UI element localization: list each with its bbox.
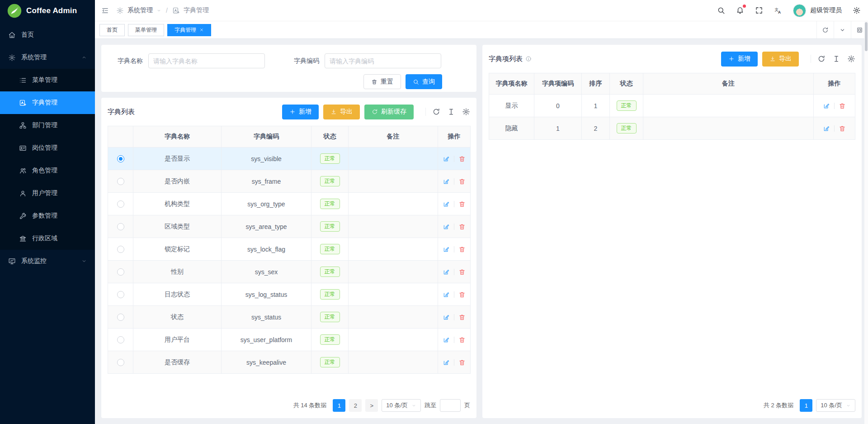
sidebar-item[interactable]: 行政区域 <box>0 227 95 250</box>
row-density-icon[interactable] <box>832 55 840 63</box>
table-row[interactable]: 机构类型sys_org_type正常 <box>108 193 471 215</box>
table-row[interactable]: 用户平台sys_user_platform正常 <box>108 329 471 351</box>
edit-icon[interactable] <box>443 336 450 343</box>
table-row[interactable]: 性别sys_sex正常 <box>108 261 471 283</box>
edit-icon[interactable] <box>443 155 450 162</box>
sidebar-item[interactable]: 首页 <box>0 24 95 46</box>
column-header[interactable]: 操作 <box>814 73 855 95</box>
notifications-button[interactable] <box>736 6 744 15</box>
refresh-page-icon[interactable] <box>816 21 834 38</box>
edit-icon[interactable] <box>443 314 450 321</box>
search-icon[interactable] <box>717 6 725 14</box>
sidebar-item[interactable]: 菜单管理 <box>0 69 95 91</box>
edit-icon[interactable] <box>443 223 450 230</box>
page-button[interactable]: 1 <box>333 399 345 412</box>
delete-icon[interactable] <box>458 200 466 208</box>
row-radio[interactable] <box>117 359 124 366</box>
add-dict-item-button[interactable]: 新增 <box>721 52 758 67</box>
edit-icon[interactable] <box>823 125 830 132</box>
delete-icon[interactable] <box>458 359 466 366</box>
delete-icon[interactable] <box>839 125 846 132</box>
language-icon[interactable]: 文A <box>774 6 782 14</box>
export-dict-item-button[interactable]: 导出 <box>762 52 799 67</box>
collapse-sidebar-icon[interactable] <box>101 7 109 14</box>
column-header[interactable] <box>108 126 133 148</box>
edit-icon[interactable] <box>443 246 450 253</box>
tab-options-icon[interactable] <box>834 21 851 38</box>
table-row[interactable]: 隐藏12正常 <box>489 117 855 140</box>
table-row[interactable]: 是否缓存sys_keepalive正常 <box>108 351 471 374</box>
edit-icon[interactable] <box>443 291 450 298</box>
sidebar-item[interactable]: 角色管理 <box>0 159 95 182</box>
reset-button[interactable]: 重置 <box>363 74 401 89</box>
dict-name-input[interactable] <box>148 53 265 68</box>
sidebar-item[interactable]: 参数管理 <box>0 205 95 227</box>
row-radio[interactable] <box>117 178 124 185</box>
close-icon[interactable] <box>199 28 204 32</box>
table-row[interactable]: 是否内嵌sys_frame正常 <box>108 170 471 193</box>
sidebar-item[interactable]: 系统监控 <box>0 250 95 272</box>
column-header[interactable]: 排序 <box>582 73 610 95</box>
edit-icon[interactable] <box>443 359 450 366</box>
page-button[interactable]: 2 <box>349 399 362 412</box>
row-radio[interactable] <box>117 336 124 343</box>
column-header[interactable]: 字典名称 <box>133 126 222 148</box>
refresh-table-icon[interactable] <box>432 108 440 116</box>
delete-icon[interactable] <box>458 268 466 276</box>
tab[interactable]: 菜单管理 <box>128 24 164 36</box>
edit-icon[interactable] <box>443 178 450 185</box>
row-radio[interactable] <box>117 223 124 230</box>
column-header[interactable]: 状态 <box>610 73 643 95</box>
column-header[interactable]: 字典编码 <box>222 126 311 148</box>
refresh-cache-button[interactable]: 刷新缓存 <box>364 105 414 119</box>
next-page-button[interactable]: > <box>365 399 378 412</box>
column-header[interactable]: 字典项编码 <box>534 73 582 95</box>
delete-icon[interactable] <box>458 314 466 321</box>
row-radio[interactable] <box>117 200 124 208</box>
logo[interactable]: Coffee Admin <box>0 0 95 22</box>
scrollbar-thumb[interactable] <box>865 22 868 51</box>
delete-icon[interactable] <box>458 223 466 230</box>
row-radio[interactable] <box>117 291 124 298</box>
fullscreen-icon[interactable] <box>755 6 763 14</box>
row-radio[interactable] <box>117 314 124 321</box>
delete-icon[interactable] <box>458 178 466 185</box>
sidebar-item[interactable]: 字典管理 <box>0 91 95 114</box>
jump-page-input[interactable] <box>440 399 461 412</box>
user-menu[interactable]: 超级管理员 <box>793 4 842 17</box>
table-row[interactable]: 状态sys_status正常 <box>108 306 471 329</box>
row-radio[interactable] <box>117 155 124 162</box>
column-settings-icon[interactable] <box>847 55 855 63</box>
page-button[interactable]: 1 <box>800 399 812 412</box>
column-header[interactable]: 操作 <box>438 126 471 148</box>
column-header[interactable]: 备注 <box>349 126 438 148</box>
column-header[interactable]: 字典项名称 <box>489 73 534 95</box>
export-dict-button[interactable]: 导出 <box>323 105 360 119</box>
delete-icon[interactable] <box>458 155 466 162</box>
table-row[interactable]: 显示01正常 <box>489 95 855 117</box>
column-settings-icon[interactable] <box>462 108 470 116</box>
page-size-select[interactable]: 10 条/页 <box>816 399 855 412</box>
edit-icon[interactable] <box>823 102 830 110</box>
tab[interactable]: 首页 <box>99 24 125 36</box>
page-size-select[interactable]: 10 条/页 <box>382 399 421 412</box>
sidebar-item[interactable]: 部门管理 <box>0 114 95 137</box>
scrollbar[interactable] <box>864 21 868 424</box>
row-radio[interactable] <box>117 268 124 276</box>
delete-icon[interactable] <box>839 102 846 110</box>
row-density-icon[interactable] <box>447 108 455 116</box>
query-button[interactable]: 查询 <box>406 74 442 89</box>
delete-icon[interactable] <box>458 246 466 253</box>
sidebar-item[interactable]: 岗位管理 <box>0 137 95 159</box>
table-row[interactable]: 区域类型sys_area_type正常 <box>108 215 471 238</box>
breadcrumb-parent[interactable]: 系统管理 <box>127 6 153 14</box>
refresh-table-icon[interactable] <box>817 55 826 63</box>
sidebar-item[interactable]: 用户管理 <box>0 182 95 205</box>
row-radio[interactable] <box>117 246 124 253</box>
column-header[interactable]: 备注 <box>643 73 814 95</box>
settings-icon[interactable] <box>853 6 861 14</box>
delete-icon[interactable] <box>458 336 466 343</box>
edit-icon[interactable] <box>443 200 450 208</box>
delete-icon[interactable] <box>458 291 466 298</box>
edit-icon[interactable] <box>443 268 450 276</box>
